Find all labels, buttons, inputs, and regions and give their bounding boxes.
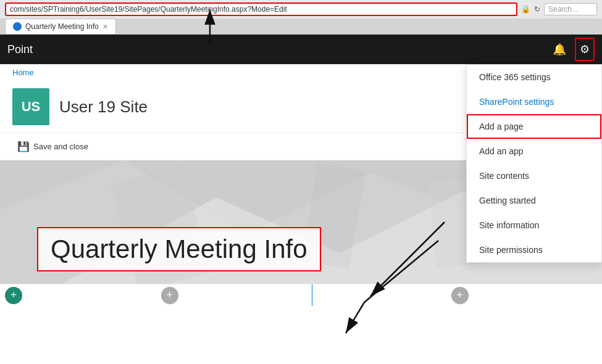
tab-favicon bbox=[13, 22, 22, 31]
url-text: com/sites/SPTraining6/UserSite19/SitePag… bbox=[10, 5, 287, 14]
menu-item-add-app[interactable]: Add an app bbox=[467, 139, 601, 163]
add-icon-center: + bbox=[166, 289, 173, 302]
breadcrumb-label: Home bbox=[12, 68, 34, 77]
menu-item-site-information[interactable]: Site information bbox=[467, 213, 601, 238]
site-logo: US bbox=[12, 88, 49, 125]
menu-item-getting-started[interactable]: Getting started bbox=[467, 188, 601, 213]
menu-item-site-permissions[interactable]: Site permissions bbox=[467, 238, 601, 262]
save-icon: 💾 bbox=[17, 141, 30, 152]
site-title: User 19 Site bbox=[59, 97, 148, 117]
url-box[interactable]: com/sites/SPTraining6/UserSite19/SitePag… bbox=[5, 2, 517, 16]
menu-item-add-page[interactable]: Add a page bbox=[467, 114, 601, 139]
add-section-button-right[interactable]: + bbox=[451, 287, 469, 304]
gear-dropdown-menu: Office 365 settings SharePoint settings … bbox=[466, 64, 602, 263]
topnav-icons: 🔔 ⚙ bbox=[549, 38, 595, 61]
lock-icon: 🔒 bbox=[521, 5, 530, 14]
add-icon-left: + bbox=[10, 289, 17, 302]
address-bar: com/sites/SPTraining6/UserSite19/SitePag… bbox=[0, 0, 602, 19]
browser-icons: 🔒 ↻ Search... bbox=[521, 3, 597, 15]
bottom-spacer-1: + bbox=[22, 287, 312, 304]
save-and-close-button[interactable]: 💾 Save and close bbox=[12, 138, 93, 155]
page-title-box[interactable]: Quarterly Meeting Info bbox=[37, 227, 321, 271]
add-icon-right: + bbox=[456, 289, 463, 302]
tab-bar: Quarterly Meeting Info ✕ bbox=[0, 19, 602, 34]
tab-close-button[interactable]: ✕ bbox=[102, 23, 108, 31]
refresh-icon[interactable]: ↻ bbox=[534, 5, 540, 14]
menu-item-office365[interactable]: Office 365 settings bbox=[467, 65, 601, 89]
tab-label: Quarterly Meeting Info bbox=[25, 22, 99, 31]
save-label: Save and close bbox=[33, 142, 88, 151]
add-section-button-center[interactable]: + bbox=[161, 287, 178, 304]
gear-settings-icon[interactable]: ⚙ bbox=[575, 38, 595, 61]
bottom-spacer-2: + bbox=[312, 287, 602, 304]
add-section-button-left[interactable]: + bbox=[5, 287, 22, 304]
menu-item-site-contents[interactable]: Site contents bbox=[467, 163, 601, 188]
page-title: Quarterly Meeting Info bbox=[51, 234, 307, 263]
search-box[interactable]: Search... bbox=[544, 3, 597, 15]
bell-icon[interactable]: 🔔 bbox=[549, 39, 570, 60]
sharepoint-app: Point 🔔 ⚙ Home US User 19 Site 💾 Save an… bbox=[0, 35, 602, 306]
menu-item-sharepoint-settings[interactable]: SharePoint settings bbox=[467, 89, 601, 114]
top-navigation: Point 🔔 ⚙ bbox=[0, 35, 602, 64]
brand-text: Point bbox=[7, 43, 33, 56]
svg-line-9 bbox=[346, 302, 364, 333]
site-logo-text: US bbox=[22, 99, 41, 115]
bottom-add-bar: + + + bbox=[0, 284, 602, 306]
browser-tab[interactable]: Quarterly Meeting Info ✕ bbox=[5, 19, 116, 34]
browser-chrome: com/sites/SPTraining6/UserSite19/SitePag… bbox=[0, 0, 602, 35]
